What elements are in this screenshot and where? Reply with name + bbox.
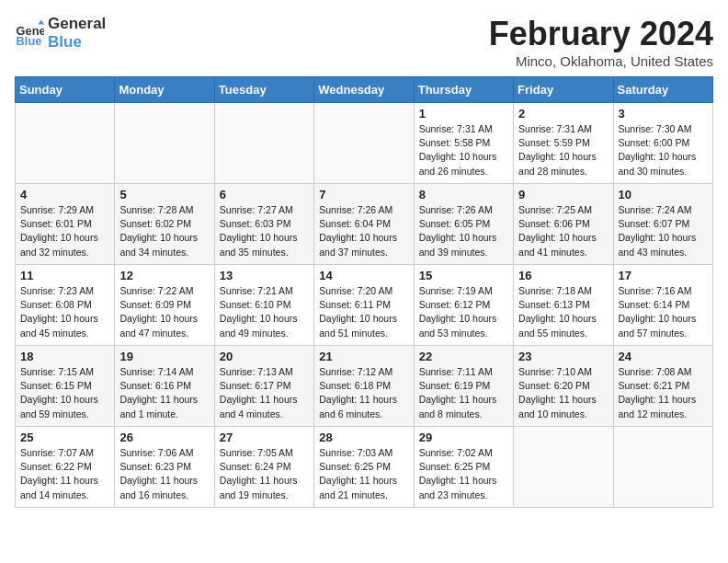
calendar-header: SundayMondayTuesdayWednesdayThursdayFrid… xyxy=(16,77,713,103)
day-cell: 6Sunrise: 7:27 AMSunset: 6:03 PMDaylight… xyxy=(214,184,313,265)
day-number: 4 xyxy=(20,188,109,201)
week-row-1: 1Sunrise: 7:31 AMSunset: 5:58 PMDaylight… xyxy=(16,103,713,184)
day-detail: Sunrise: 7:31 AMSunset: 5:58 PMDaylight:… xyxy=(419,122,508,178)
calendar: SundayMondayTuesdayWednesdayThursdayFrid… xyxy=(15,76,713,508)
day-cell: 3Sunrise: 7:30 AMSunset: 6:00 PMDaylight… xyxy=(613,103,712,184)
logo: General Blue General Blue xyxy=(15,15,106,52)
day-detail: Sunrise: 7:25 AMSunset: 6:06 PMDaylight:… xyxy=(518,203,608,259)
header: General Blue General Blue February 2024 … xyxy=(15,15,713,69)
day-detail: Sunrise: 7:29 AMSunset: 6:01 PMDaylight:… xyxy=(20,203,109,259)
day-number: 10 xyxy=(619,188,708,201)
day-cell: 8Sunrise: 7:26 AMSunset: 6:05 PMDaylight… xyxy=(414,184,513,265)
day-detail: Sunrise: 7:11 AMSunset: 6:19 PMDaylight:… xyxy=(419,365,508,421)
day-detail: Sunrise: 7:03 AMSunset: 6:25 PMDaylight:… xyxy=(319,446,408,502)
day-number: 23 xyxy=(518,350,608,363)
day-detail: Sunrise: 7:26 AMSunset: 6:05 PMDaylight:… xyxy=(419,203,508,259)
day-cell: 9Sunrise: 7:25 AMSunset: 6:06 PMDaylight… xyxy=(514,184,613,265)
day-number: 24 xyxy=(619,350,708,363)
location: Minco, Oklahoma, United States xyxy=(489,53,713,69)
day-cell: 7Sunrise: 7:26 AMSunset: 6:04 PMDaylight… xyxy=(314,184,414,265)
day-cell xyxy=(115,103,214,184)
week-row-2: 4Sunrise: 7:29 AMSunset: 6:01 PMDaylight… xyxy=(16,184,713,265)
day-cell: 26Sunrise: 7:06 AMSunset: 6:23 PMDayligh… xyxy=(115,427,214,508)
day-detail: Sunrise: 7:28 AMSunset: 6:02 PMDaylight:… xyxy=(119,203,209,259)
day-number: 9 xyxy=(518,188,608,201)
svg-text:Blue: Blue xyxy=(17,34,42,48)
day-number: 15 xyxy=(419,269,508,282)
day-number: 22 xyxy=(419,350,508,363)
day-cell: 4Sunrise: 7:29 AMSunset: 6:01 PMDaylight… xyxy=(16,184,115,265)
day-cell: 16Sunrise: 7:18 AMSunset: 6:13 PMDayligh… xyxy=(514,265,613,346)
day-cell: 28Sunrise: 7:03 AMSunset: 6:25 PMDayligh… xyxy=(314,427,414,508)
day-detail: Sunrise: 7:30 AMSunset: 6:00 PMDaylight:… xyxy=(619,122,708,178)
day-number: 2 xyxy=(518,107,608,121)
day-detail: Sunrise: 7:05 AMSunset: 6:24 PMDaylight:… xyxy=(220,446,309,502)
day-number: 17 xyxy=(619,269,708,282)
day-detail: Sunrise: 7:12 AMSunset: 6:18 PMDaylight:… xyxy=(319,365,408,421)
day-cell: 15Sunrise: 7:19 AMSunset: 6:12 PMDayligh… xyxy=(414,265,513,346)
day-number: 20 xyxy=(220,350,309,363)
weekday-monday: Monday xyxy=(115,77,214,103)
week-row-5: 25Sunrise: 7:07 AMSunset: 6:22 PMDayligh… xyxy=(16,427,713,508)
day-number: 11 xyxy=(20,269,109,282)
day-number: 8 xyxy=(419,188,508,201)
day-number: 1 xyxy=(419,107,508,121)
day-detail: Sunrise: 7:13 AMSunset: 6:17 PMDaylight:… xyxy=(220,365,309,421)
day-number: 28 xyxy=(319,431,408,444)
day-number: 5 xyxy=(119,188,209,201)
day-number: 21 xyxy=(319,350,408,363)
day-cell: 27Sunrise: 7:05 AMSunset: 6:24 PMDayligh… xyxy=(214,427,313,508)
day-detail: Sunrise: 7:27 AMSunset: 6:03 PMDaylight:… xyxy=(220,203,309,259)
day-cell: 17Sunrise: 7:16 AMSunset: 6:14 PMDayligh… xyxy=(613,265,712,346)
day-detail: Sunrise: 7:20 AMSunset: 6:11 PMDaylight:… xyxy=(319,284,408,340)
day-cell: 11Sunrise: 7:23 AMSunset: 6:08 PMDayligh… xyxy=(16,265,115,346)
day-cell: 14Sunrise: 7:20 AMSunset: 6:11 PMDayligh… xyxy=(314,265,414,346)
day-cell: 21Sunrise: 7:12 AMSunset: 6:18 PMDayligh… xyxy=(314,346,414,427)
logo-general: General xyxy=(48,15,106,33)
day-detail: Sunrise: 7:18 AMSunset: 6:13 PMDaylight:… xyxy=(518,284,608,340)
title-area: February 2024 Minco, Oklahoma, United St… xyxy=(489,15,713,69)
weekday-thursday: Thursday xyxy=(414,77,513,103)
day-cell: 24Sunrise: 7:08 AMSunset: 6:21 PMDayligh… xyxy=(613,346,712,427)
day-cell: 12Sunrise: 7:22 AMSunset: 6:09 PMDayligh… xyxy=(115,265,214,346)
day-cell xyxy=(514,427,613,508)
day-number: 12 xyxy=(119,269,209,282)
day-cell xyxy=(214,103,313,184)
day-number: 3 xyxy=(619,107,708,121)
day-cell xyxy=(613,427,712,508)
day-detail: Sunrise: 7:21 AMSunset: 6:10 PMDaylight:… xyxy=(220,284,309,340)
week-row-4: 18Sunrise: 7:15 AMSunset: 6:15 PMDayligh… xyxy=(16,346,713,427)
day-number: 14 xyxy=(319,269,408,282)
day-number: 25 xyxy=(20,431,109,444)
week-row-3: 11Sunrise: 7:23 AMSunset: 6:08 PMDayligh… xyxy=(16,265,713,346)
day-detail: Sunrise: 7:26 AMSunset: 6:04 PMDaylight:… xyxy=(319,203,408,259)
day-number: 29 xyxy=(419,431,508,444)
day-detail: Sunrise: 7:14 AMSunset: 6:16 PMDaylight:… xyxy=(119,365,209,421)
day-cell: 20Sunrise: 7:13 AMSunset: 6:17 PMDayligh… xyxy=(214,346,313,427)
day-detail: Sunrise: 7:16 AMSunset: 6:14 PMDaylight:… xyxy=(619,284,708,340)
day-cell xyxy=(16,103,115,184)
weekday-tuesday: Tuesday xyxy=(214,77,313,103)
svg-marker-2 xyxy=(39,20,44,25)
day-cell: 5Sunrise: 7:28 AMSunset: 6:02 PMDaylight… xyxy=(115,184,214,265)
day-cell: 2Sunrise: 7:31 AMSunset: 5:59 PMDaylight… xyxy=(514,103,613,184)
day-cell: 23Sunrise: 7:10 AMSunset: 6:20 PMDayligh… xyxy=(514,346,613,427)
day-cell: 1Sunrise: 7:31 AMSunset: 5:58 PMDaylight… xyxy=(414,103,513,184)
day-detail: Sunrise: 7:19 AMSunset: 6:12 PMDaylight:… xyxy=(419,284,508,340)
day-number: 7 xyxy=(319,188,408,201)
day-number: 16 xyxy=(518,269,608,282)
day-detail: Sunrise: 7:08 AMSunset: 6:21 PMDaylight:… xyxy=(619,365,708,421)
day-detail: Sunrise: 7:06 AMSunset: 6:23 PMDaylight:… xyxy=(119,446,209,502)
day-detail: Sunrise: 7:02 AMSunset: 6:25 PMDaylight:… xyxy=(419,446,508,502)
day-detail: Sunrise: 7:24 AMSunset: 6:07 PMDaylight:… xyxy=(619,203,708,259)
calendar-body: 1Sunrise: 7:31 AMSunset: 5:58 PMDaylight… xyxy=(16,103,713,508)
day-number: 6 xyxy=(220,188,309,201)
weekday-wednesday: Wednesday xyxy=(314,77,414,103)
day-cell: 18Sunrise: 7:15 AMSunset: 6:15 PMDayligh… xyxy=(16,346,115,427)
day-detail: Sunrise: 7:23 AMSunset: 6:08 PMDaylight:… xyxy=(20,284,109,340)
weekday-friday: Friday xyxy=(514,77,613,103)
weekday-sunday: Sunday xyxy=(16,77,115,103)
day-number: 18 xyxy=(20,350,109,363)
day-cell xyxy=(314,103,414,184)
logo-icon: General Blue xyxy=(15,18,44,48)
